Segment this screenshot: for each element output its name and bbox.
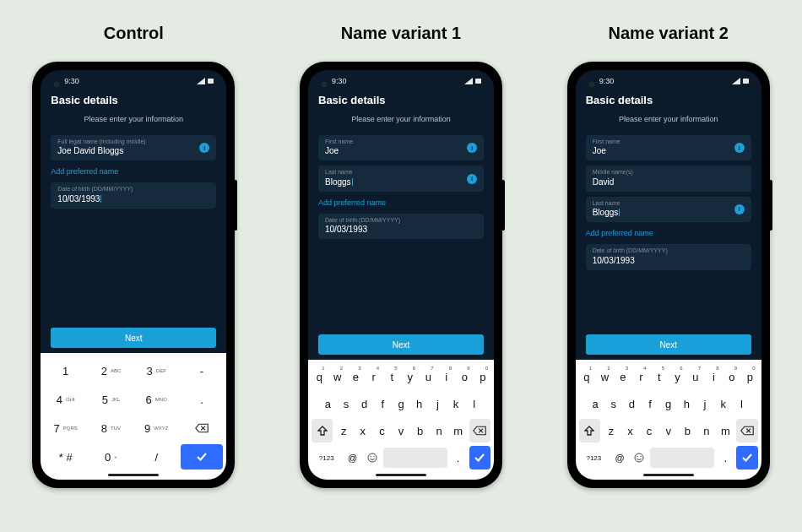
key-g[interactable]: g (660, 392, 676, 415)
next-button[interactable]: Next (318, 334, 484, 355)
key-x[interactable]: x (622, 419, 639, 442)
key-h[interactable]: h (411, 392, 427, 415)
middle-name-field[interactable]: Middle name(s) David (586, 166, 751, 191)
key-p[interactable]: p0 (742, 365, 758, 388)
key-space[interactable] (383, 448, 447, 468)
key-space[interactable] (650, 448, 714, 468)
key-c[interactable]: c (641, 419, 658, 442)
key-backspace[interactable] (469, 419, 490, 442)
key-shift[interactable] (579, 419, 600, 442)
key-l[interactable]: l (466, 392, 482, 415)
key-t[interactable]: t5 (652, 365, 668, 388)
key-emoji[interactable] (364, 446, 381, 470)
first-name-field[interactable]: First name Joe i (318, 135, 484, 160)
key-s[interactable]: s (605, 392, 621, 415)
add-preferred-link[interactable]: Add preferred name (586, 227, 751, 244)
key-q[interactable]: q1 (312, 365, 328, 388)
last-name-field[interactable]: Last name Bloggs i (318, 166, 484, 191)
key-u[interactable]: u7 (420, 365, 436, 388)
key-4[interactable]: 4GHI (44, 387, 87, 412)
key-d[interactable]: d (356, 392, 372, 415)
last-name-field[interactable]: Last name Bloggs i (586, 197, 751, 222)
key-8[interactable]: 8TUV (89, 415, 133, 441)
full-name-field[interactable]: Full legal name (including middle) Joe D… (51, 135, 216, 160)
key-w[interactable]: w2 (330, 365, 346, 388)
key-done[interactable] (469, 446, 490, 470)
key-backspace[interactable] (181, 415, 224, 441)
key-shift[interactable] (312, 419, 333, 442)
key-c[interactable]: c (374, 419, 391, 442)
qwerty-keyboard[interactable]: q1w2e3r4t5y6u7i8o9p0asdfghjklzxcvbnm?123… (308, 360, 494, 480)
key--[interactable]: - (181, 358, 224, 383)
key-1[interactable]: 1 (44, 358, 87, 383)
key-j[interactable]: j (697, 392, 713, 415)
key-r[interactable]: r4 (366, 365, 382, 388)
key-done[interactable] (181, 444, 224, 470)
dob-field[interactable]: Date of birth (DD/MM/YYYY) 10/03/1993 (51, 182, 216, 208)
key-s[interactable]: s (339, 392, 355, 415)
key-at[interactable]: @ (611, 446, 628, 470)
add-preferred-link[interactable]: Add preferred name (318, 197, 484, 214)
key-/[interactable]: / (135, 444, 178, 470)
info-icon[interactable]: i (734, 143, 745, 153)
qwerty-keyboard[interactable]: q1w2e3r4t5y6u7i8o9p0asdfghjklzxcvbnm?123… (576, 360, 761, 480)
key-period[interactable]: . (717, 446, 734, 470)
key-a[interactable]: a (588, 392, 604, 415)
key-g[interactable]: g (393, 392, 409, 415)
key-l[interactable]: l (734, 392, 750, 415)
key-k[interactable]: k (715, 392, 731, 415)
key-period[interactable]: . (450, 446, 467, 470)
key-f[interactable]: f (642, 392, 658, 415)
key-y[interactable]: y6 (403, 365, 419, 388)
info-icon[interactable]: i (467, 143, 477, 153)
key-t[interactable]: t5 (384, 365, 400, 388)
first-name-field[interactable]: First name Joe i (586, 135, 751, 160)
key-a[interactable]: a (320, 392, 336, 415)
key-9[interactable]: 9WXYZ (135, 415, 178, 441)
key-m[interactable]: m (450, 419, 467, 442)
key-v[interactable]: v (660, 419, 677, 442)
numpad-keyboard[interactable]: 12ABC3DEF-4GHI5JKL6MNO.7PQRS8TUV9WXYZ* #… (41, 353, 226, 480)
info-icon[interactable]: i (199, 143, 209, 153)
info-icon[interactable]: i (467, 174, 477, 184)
key-n[interactable]: n (698, 419, 715, 442)
key-7[interactable]: 7PQRS (44, 415, 87, 441)
key-b[interactable]: b (679, 419, 696, 442)
key-2[interactable]: 2ABC (89, 358, 133, 383)
key-6[interactable]: 6MNO (135, 387, 178, 412)
key-u[interactable]: u7 (688, 365, 704, 388)
key-v[interactable]: v (393, 419, 409, 442)
dob-field[interactable]: Date of birth (DD/MM/YYYY) 10/03/1993 (318, 214, 484, 239)
key-5[interactable]: 5JKL (89, 387, 133, 412)
key-j[interactable]: j (430, 392, 446, 415)
key-at[interactable]: @ (344, 446, 360, 470)
key-q[interactable]: q1 (579, 365, 595, 388)
key-o[interactable]: o9 (724, 365, 740, 388)
next-button[interactable]: Next (51, 328, 216, 348)
key-* #[interactable]: * # (44, 444, 87, 470)
key-o[interactable]: o9 (457, 365, 473, 388)
key-b[interactable]: b (412, 419, 429, 442)
key-d[interactable]: d (624, 392, 640, 415)
key-p[interactable]: p0 (475, 365, 491, 388)
key-x[interactable]: x (355, 419, 371, 442)
key-i[interactable]: i8 (706, 365, 722, 388)
key-symnum[interactable]: ?123 (312, 446, 341, 470)
info-icon[interactable]: i (734, 204, 745, 214)
key-z[interactable]: z (335, 419, 352, 442)
add-preferred-link[interactable]: Add preferred name (51, 166, 216, 182)
key-n[interactable]: n (431, 419, 447, 442)
key-done[interactable] (736, 446, 757, 470)
key-symnum[interactable]: ?123 (579, 446, 609, 470)
key-k[interactable]: k (448, 392, 464, 415)
next-button[interactable]: Next (586, 334, 751, 355)
key-i[interactable]: i8 (439, 365, 455, 388)
key-w[interactable]: w2 (597, 365, 613, 388)
key-r[interactable]: r4 (633, 365, 649, 388)
key-.[interactable]: . (181, 387, 224, 412)
key-0[interactable]: 0+ (89, 444, 133, 470)
key-e[interactable]: e3 (615, 365, 631, 388)
key-3[interactable]: 3DEF (135, 358, 178, 383)
key-h[interactable]: h (679, 392, 695, 415)
key-f[interactable]: f (375, 392, 391, 415)
